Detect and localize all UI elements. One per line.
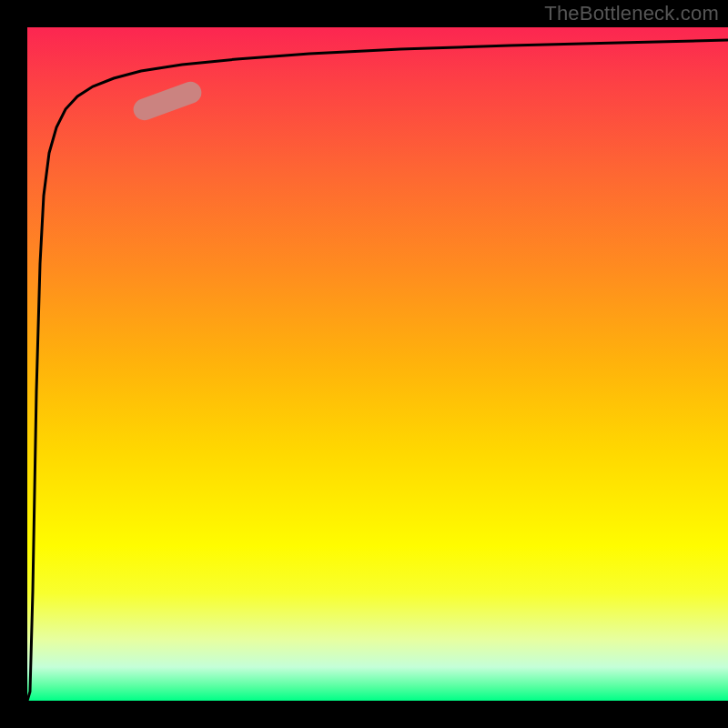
watermark-text: TheBottleneck.com <box>544 2 719 25</box>
plot-area <box>27 27 728 701</box>
chart-canvas: TheBottleneck.com <box>0 0 728 728</box>
